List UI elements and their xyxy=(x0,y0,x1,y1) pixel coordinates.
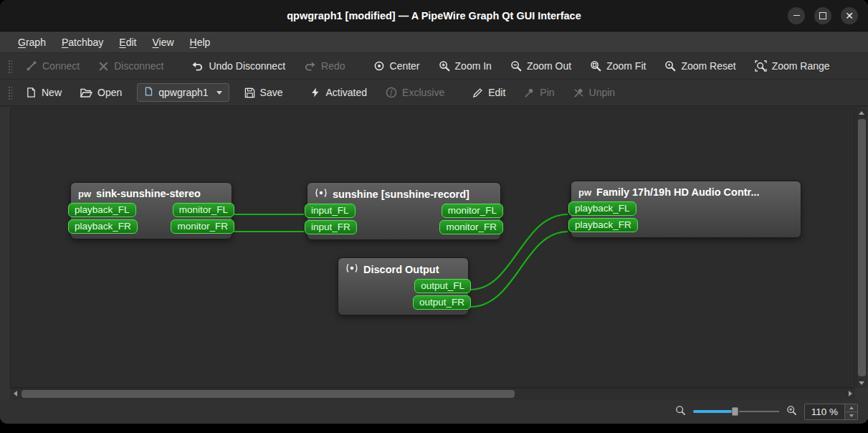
save-button[interactable]: Save xyxy=(237,83,290,102)
menu-patchbay[interactable]: Patchbay xyxy=(54,32,111,52)
connect-button[interactable]: Connect xyxy=(19,57,87,75)
zoom-out-icon xyxy=(510,60,522,72)
graph-canvas[interactable]: pw sink-sunshine-stereo playback_FL play… xyxy=(10,108,855,388)
port-input-fr[interactable]: input_FR xyxy=(305,220,357,234)
zoom-in-label: Zoom In xyxy=(455,60,492,72)
minimize-button[interactable] xyxy=(788,7,805,24)
exclusive-button[interactable]: f Exclusive xyxy=(378,83,452,102)
port-playback-fl[interactable]: playback_FL xyxy=(68,203,136,217)
zoom-spin-up-button[interactable] xyxy=(845,404,857,411)
pin-icon xyxy=(524,87,535,98)
port-monitor-fl[interactable]: monitor_FL xyxy=(173,203,234,217)
zoom-fit-icon xyxy=(590,60,601,72)
record-icon xyxy=(315,188,328,200)
menu-view[interactable]: View xyxy=(144,32,181,52)
toolbar-drag-handle[interactable] xyxy=(7,59,12,73)
vertical-scroll-thumb[interactable] xyxy=(858,119,866,376)
node-sunshine-record[interactable]: sunshine [sunshine-record] input_FL inpu… xyxy=(307,182,501,240)
scroll-right-arrow[interactable] xyxy=(845,389,855,399)
redo-button[interactable]: Redo xyxy=(297,57,352,75)
port-monitor-fl[interactable]: monitor_FL xyxy=(442,204,503,218)
zoom-in-button[interactable]: Zoom In xyxy=(431,57,499,75)
menu-patchbay-label: Patchbay xyxy=(62,37,103,48)
spin-arrows xyxy=(844,404,857,419)
edit-button[interactable]: Edit xyxy=(465,83,512,102)
menu-graph[interactable]: Graph xyxy=(10,32,54,52)
open-label: Open xyxy=(97,87,122,98)
patchbay-preset-combobox[interactable]: qpwgraph1 xyxy=(137,83,229,102)
zoom-slider-handle[interactable] xyxy=(732,407,738,416)
edit-label: Edit xyxy=(488,87,505,98)
patchbay-preset-value: qpwgraph1 xyxy=(158,87,208,98)
zoom-reset-label: Zoom Reset xyxy=(681,60,735,72)
zoom-percent-spinbox[interactable]: 110 % xyxy=(804,404,858,420)
new-button[interactable]: New xyxy=(19,83,69,102)
node-discord-output[interactable]: Discord Output output_FL output_FR xyxy=(338,257,469,315)
vertical-scrollbar[interactable] xyxy=(856,108,867,388)
node-title-text: Family 17h/19h HD Audio Contr... xyxy=(596,186,759,198)
menu-help-label: Help xyxy=(190,37,211,48)
unpin-button[interactable]: Unpin xyxy=(566,83,623,102)
zoom-fit-button[interactable]: Zoom Fit xyxy=(583,57,653,75)
wire-outputFR-playbackFR xyxy=(470,232,568,307)
menu-edit[interactable]: Edit xyxy=(111,32,144,52)
undo-label: Undo Disconnect xyxy=(209,60,285,72)
undo-button[interactable]: Undo Disconnect xyxy=(184,57,292,75)
node-family-hd-audio[interactable]: pw Family 17h/19h HD Audio Contr... play… xyxy=(571,181,801,238)
open-button[interactable]: Open xyxy=(73,83,129,102)
menu-help[interactable]: Help xyxy=(182,32,219,52)
zoom-fit-label: Zoom Fit xyxy=(606,60,646,72)
activated-button[interactable]: Activated xyxy=(303,83,374,102)
new-file-icon xyxy=(26,87,37,98)
zoom-slider[interactable] xyxy=(693,406,779,417)
activated-label: Activated xyxy=(325,87,367,98)
port-rows: input_FL input_FR monitor_FL monitor_FR xyxy=(307,203,500,239)
horizontal-scrollbar[interactable] xyxy=(10,388,855,399)
port-output-fr[interactable]: output_FR xyxy=(413,295,471,310)
menu-view-label: View xyxy=(152,37,173,48)
new-label: New xyxy=(42,87,62,98)
toolbar-graph: Connect Disconnect Undo Disconnect Redo … xyxy=(0,53,868,80)
connect-label: Connect xyxy=(42,60,80,72)
menu-graph-label: Graph xyxy=(18,37,46,48)
undo-icon xyxy=(191,61,204,72)
horizontal-scroll-thumb[interactable] xyxy=(22,390,515,398)
toolbar-drag-handle[interactable] xyxy=(7,85,12,100)
unpin-label: Unpin xyxy=(589,87,616,98)
port-rows: playback_FL playback_FR xyxy=(571,201,801,237)
toolbar-patchbay: New Open qpwgraph1 Save Activated f Excl… xyxy=(0,80,868,106)
zoom-spin-down-button[interactable] xyxy=(845,411,857,419)
unpin-icon xyxy=(573,87,584,98)
port-rows: playback_FL playback_FR monitor_FL monit… xyxy=(71,202,232,239)
edit-pencil-icon xyxy=(472,87,483,98)
window-title: qpwgraph1 [modified] — A PipeWire Graph … xyxy=(287,10,581,22)
port-playback-fr[interactable]: playback_FR xyxy=(68,219,138,234)
close-button[interactable]: ✕ xyxy=(841,7,858,24)
zoom-reset-icon xyxy=(664,60,676,72)
redo-icon xyxy=(304,61,316,72)
port-output-fl[interactable]: output_FL xyxy=(414,279,471,293)
center-label: Center xyxy=(390,60,420,72)
zoom-range-button[interactable]: Zoom Range xyxy=(748,57,837,75)
zoom-out-button[interactable]: Zoom Out xyxy=(503,57,578,75)
port-input-fl[interactable]: input_FL xyxy=(305,204,356,218)
pin-button[interactable]: Pin xyxy=(517,83,561,102)
center-button[interactable]: Center xyxy=(366,57,427,75)
disconnect-button[interactable]: Disconnect xyxy=(91,57,171,75)
zoom-reset-button[interactable]: Zoom Reset xyxy=(657,57,743,75)
menubar: Graph Patchbay Edit View Help xyxy=(0,32,868,53)
port-playback-fr[interactable]: playback_FR xyxy=(568,218,638,232)
port-monitor-fr[interactable]: monitor_FR xyxy=(171,219,234,234)
scroll-up-arrow[interactable] xyxy=(857,108,867,118)
port-monitor-fr[interactable]: monitor_FR xyxy=(439,220,503,234)
maximize-button[interactable] xyxy=(814,7,831,24)
record-icon xyxy=(345,263,358,275)
node-sink-sunshine-stereo[interactable]: pw sink-sunshine-stereo playback_FL play… xyxy=(70,182,232,239)
port-playback-fl[interactable]: playback_FL xyxy=(568,201,636,216)
patchbay-file-icon xyxy=(144,86,153,99)
scroll-down-arrow[interactable] xyxy=(857,378,867,388)
zoom-slider-fill xyxy=(693,410,732,413)
statusbar: 110 % xyxy=(0,399,868,424)
node-title-text: Discord Output xyxy=(363,264,439,275)
scroll-left-arrow[interactable] xyxy=(10,389,20,399)
